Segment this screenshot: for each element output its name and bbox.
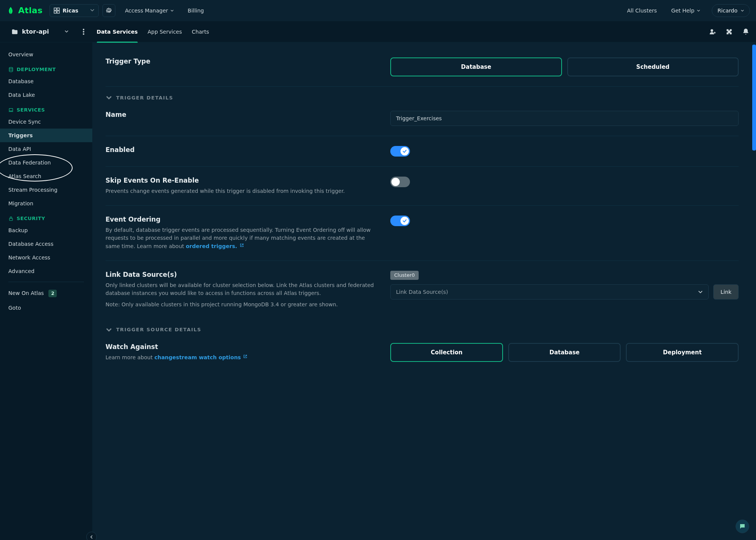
- desc-watch-against: Learn more about changestream watch opti…: [106, 354, 379, 362]
- project-settings-button[interactable]: [102, 4, 115, 17]
- row-skip-events: Skip Events On Re-Enable Prevents change…: [106, 167, 739, 206]
- desc-link-sources-1: Only linked clusters will be available f…: [106, 281, 379, 298]
- sidebar-item-data-lake[interactable]: Data Lake: [0, 88, 92, 102]
- invite-user-button[interactable]: [708, 28, 717, 36]
- svg-rect-1: [57, 8, 59, 10]
- sidebar-item-goto[interactable]: Goto: [0, 301, 92, 315]
- link-source-button[interactable]: Link: [713, 284, 739, 299]
- sidebar-item-new-on-atlas[interactable]: New On Atlas 2: [0, 286, 92, 301]
- label-watch-against: Watch Against: [106, 343, 379, 351]
- sidebar-item-atlas-search[interactable]: Atlas Search: [0, 169, 92, 183]
- chevron-down-icon: [740, 9, 744, 12]
- row-name: Name: [106, 101, 739, 136]
- laptop-icon: [8, 107, 14, 113]
- desc-skip-events: Prevents change events generated while t…: [106, 187, 379, 196]
- label-event-ordering: Event Ordering: [106, 216, 379, 223]
- dots-vertical-icon: [83, 29, 84, 35]
- row-event-ordering: Event Ordering By default, database trig…: [106, 206, 739, 261]
- link-source-select[interactable]: Link Data Source(s): [390, 284, 709, 299]
- sidebar-item-database[interactable]: Database: [0, 74, 92, 88]
- label-trigger-type: Trigger Type: [106, 57, 379, 65]
- tab-app-services[interactable]: App Services: [147, 21, 182, 42]
- name-input[interactable]: [390, 111, 739, 126]
- notifications-button[interactable]: [742, 28, 750, 36]
- svg-rect-2: [54, 11, 56, 13]
- bell-icon: [742, 28, 750, 36]
- brand-logo[interactable]: Atlas: [6, 6, 43, 15]
- external-link-icon: [240, 243, 244, 247]
- chat-icon: [739, 523, 746, 530]
- skip-events-toggle[interactable]: [390, 177, 410, 187]
- svg-rect-0: [54, 8, 56, 10]
- chevron-down-icon: [90, 7, 95, 14]
- section-trigger-source[interactable]: TRIGGER SOURCE DETAILS: [106, 326, 739, 333]
- app-select[interactable]: ktor-api: [6, 25, 74, 39]
- watch-against-segmented: Collection Database Deployment: [390, 343, 739, 362]
- enabled-toggle[interactable]: [390, 146, 410, 157]
- brand-text: Atlas: [18, 6, 43, 15]
- new-on-atlas-badge: 2: [48, 290, 57, 297]
- label-name: Name: [106, 111, 379, 118]
- row-watch-against: Watch Against Learn more about changestr…: [106, 333, 739, 362]
- sidebar-item-network-access[interactable]: Network Access: [0, 251, 92, 264]
- access-manager-link[interactable]: Access Manager: [122, 8, 177, 14]
- event-ordering-toggle[interactable]: [390, 216, 410, 226]
- sidebar-item-device-sync[interactable]: Device Sync: [0, 115, 92, 129]
- sidebar-head-security: SECURITY: [0, 210, 92, 223]
- trigger-type-segmented: Database Scheduled: [390, 57, 739, 76]
- svg-rect-8: [9, 108, 12, 110]
- ordered-triggers-link[interactable]: ordered triggers.: [186, 243, 237, 249]
- sidebar-head-services: SERVICES: [0, 102, 92, 115]
- sidebar-item-data-federation[interactable]: Data Federation: [0, 156, 92, 169]
- svg-point-4: [83, 29, 84, 30]
- svg-rect-9: [9, 218, 12, 220]
- watch-options-link[interactable]: changestream watch options: [154, 354, 241, 360]
- label-enabled: Enabled: [106, 146, 379, 154]
- svg-point-6: [83, 33, 84, 35]
- sidebar-item-stream-processing[interactable]: Stream Processing: [0, 183, 92, 197]
- project-select[interactable]: Ricas: [50, 4, 99, 17]
- row-link-sources: Link Data Source(s) Only linked clusters…: [106, 261, 739, 319]
- trigger-type-scheduled[interactable]: Scheduled: [567, 57, 739, 76]
- label-link-sources: Link Data Source(s): [106, 271, 379, 278]
- chevron-down-icon: [697, 9, 700, 12]
- watch-deployment[interactable]: Deployment: [626, 343, 739, 362]
- sidebar-item-database-access[interactable]: Database Access: [0, 237, 92, 251]
- feedback-button[interactable]: [725, 28, 733, 36]
- puzzle-icon: [725, 28, 733, 36]
- database-icon: [8, 67, 14, 72]
- lock-icon: [8, 216, 14, 221]
- sidebar-item-advanced[interactable]: Advanced: [0, 264, 92, 278]
- chat-fab[interactable]: [736, 520, 749, 533]
- check-icon: [402, 149, 407, 154]
- app-name: ktor-api: [22, 28, 49, 35]
- linked-source-chip[interactable]: Cluster0: [390, 271, 418, 280]
- folder-icon: [11, 28, 18, 35]
- all-clusters-link[interactable]: All Clusters: [624, 8, 660, 14]
- tab-data-services[interactable]: Data Services: [97, 21, 138, 42]
- sidebar-item-data-api[interactable]: Data API: [0, 142, 92, 156]
- external-link-icon: [243, 354, 247, 358]
- get-help-link[interactable]: Get Help: [668, 8, 703, 14]
- topbar: Atlas Ricas Access Manager Billing All C…: [0, 0, 756, 21]
- chevron-down-icon: [64, 28, 69, 35]
- billing-link[interactable]: Billing: [185, 8, 207, 14]
- project-name: Ricas: [63, 8, 79, 14]
- app-more-button[interactable]: [78, 29, 89, 35]
- user-plus-icon: [709, 28, 716, 36]
- chevron-down-icon: [170, 9, 174, 12]
- watch-database[interactable]: Database: [508, 343, 621, 362]
- user-menu[interactable]: Ricardo: [712, 4, 750, 17]
- sidebar-item-triggers[interactable]: Triggers: [0, 129, 92, 142]
- sidebar-item-overview[interactable]: Overview: [0, 48, 92, 61]
- sidebar-item-backup[interactable]: Backup: [0, 223, 92, 237]
- watch-collection[interactable]: Collection: [390, 343, 503, 362]
- row-enabled: Enabled: [106, 136, 739, 167]
- chevron-down-icon: [698, 289, 703, 295]
- tab-charts[interactable]: Charts: [192, 21, 209, 42]
- section-trigger-details[interactable]: TRIGGER DETAILS: [106, 94, 739, 101]
- sidebar-item-migration[interactable]: Migration: [0, 197, 92, 210]
- leaf-icon: [6, 6, 15, 15]
- subnav-tabs: Data Services App Services Charts: [97, 21, 209, 42]
- trigger-type-database[interactable]: Database: [390, 57, 562, 76]
